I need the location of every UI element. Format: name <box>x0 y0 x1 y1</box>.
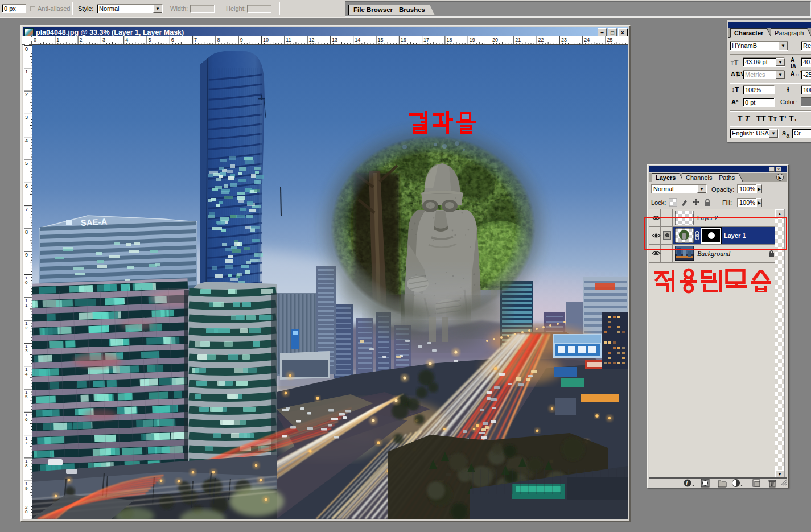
svg-text:18: 18 <box>446 37 452 43</box>
svg-text:9: 9 <box>25 252 28 258</box>
svg-text:20: 20 <box>492 37 498 43</box>
svg-text:11: 11 <box>286 37 291 43</box>
svg-text:6: 6 <box>171 37 174 43</box>
svg-text:7: 7 <box>25 440 28 446</box>
svg-text:0: 0 <box>25 509 28 514</box>
svg-text:16: 16 <box>401 37 406 43</box>
svg-text:3: 3 <box>102 37 105 43</box>
svg-text:13: 13 <box>332 37 337 43</box>
svg-text:1: 1 <box>25 303 28 308</box>
svg-text:21: 21 <box>515 37 521 43</box>
svg-text:1: 1 <box>56 37 59 43</box>
svg-text:10: 10 <box>263 37 269 43</box>
svg-text:0: 0 <box>34 37 36 43</box>
svg-text:3: 3 <box>25 114 28 120</box>
svg-text:SAE-A: SAE-A <box>80 217 108 228</box>
svg-text:17: 17 <box>423 37 429 43</box>
svg-text:19: 19 <box>470 37 475 43</box>
svg-text:5: 5 <box>25 394 28 399</box>
svg-text:5: 5 <box>25 160 28 166</box>
svg-text:9: 9 <box>240 37 243 43</box>
svg-text:14: 14 <box>355 37 360 43</box>
svg-text:0: 0 <box>25 280 28 285</box>
svg-text:4: 4 <box>25 372 28 377</box>
svg-text:4: 4 <box>125 37 128 43</box>
svg-text:2: 2 <box>25 92 28 97</box>
svg-text:2: 2 <box>80 37 83 43</box>
svg-text:7: 7 <box>25 207 28 212</box>
svg-text:6: 6 <box>25 417 28 422</box>
svg-text:8: 8 <box>217 37 220 43</box>
svg-text:15: 15 <box>378 37 384 43</box>
svg-text:23: 23 <box>561 37 567 43</box>
svg-text:9: 9 <box>25 486 28 491</box>
svg-text:25: 25 <box>607 37 613 43</box>
svg-text:12: 12 <box>309 37 315 43</box>
svg-text:8: 8 <box>25 229 28 235</box>
svg-text:22: 22 <box>538 37 544 43</box>
svg-text:0: 0 <box>25 46 28 52</box>
svg-text:5: 5 <box>149 37 151 43</box>
svg-text:4: 4 <box>25 138 28 143</box>
svg-text:8: 8 <box>25 463 28 468</box>
svg-text:7: 7 <box>194 37 197 43</box>
svg-text:1: 1 <box>25 69 28 75</box>
svg-text:2: 2 <box>25 325 28 331</box>
svg-text:24: 24 <box>584 37 590 43</box>
svg-text:3: 3 <box>25 348 28 353</box>
svg-text:6: 6 <box>25 183 28 189</box>
